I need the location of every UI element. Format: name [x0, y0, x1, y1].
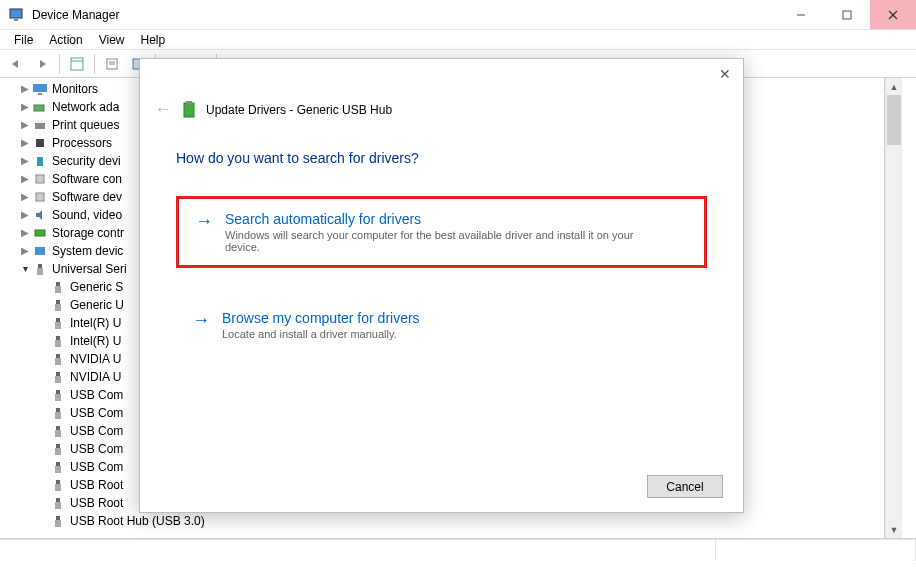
svg-rect-46 — [56, 408, 60, 412]
svg-rect-57 — [55, 502, 61, 509]
svg-rect-25 — [37, 157, 43, 166]
close-button[interactable] — [870, 0, 916, 29]
monitor-icon — [32, 81, 48, 97]
usb-device-icon — [50, 423, 66, 439]
usb-device-icon — [50, 279, 66, 295]
option-browse-computer[interactable]: → Browse my computer for drivers Locate … — [176, 298, 707, 352]
network-icon — [32, 99, 48, 115]
chevron-right-icon: ▶ — [18, 98, 32, 116]
toolbar-btn-1[interactable] — [65, 52, 89, 76]
chevron-right-icon: ▶ — [18, 242, 32, 260]
svg-rect-47 — [55, 412, 61, 419]
cancel-button[interactable]: Cancel — [647, 475, 723, 498]
svg-rect-31 — [37, 268, 43, 275]
svg-rect-29 — [35, 247, 45, 255]
system-icon — [32, 243, 48, 259]
option-desc: Locate and install a driver manually. — [222, 328, 420, 340]
svg-rect-54 — [56, 480, 60, 484]
toolbar-separator — [59, 54, 60, 74]
chevron-right-icon: ▶ — [18, 116, 32, 134]
tree-label: Generic U — [70, 296, 124, 314]
chevron-right-icon: ▶ — [18, 170, 32, 188]
back-arrow-icon[interactable]: ← — [154, 99, 172, 120]
tree-label: USB Com — [70, 440, 123, 458]
menu-help[interactable]: Help — [133, 31, 174, 49]
tree-label: Intel(R) U — [70, 332, 121, 350]
usb-device-icon — [50, 459, 66, 475]
svg-rect-24 — [36, 139, 44, 147]
tree-label: Security devi — [52, 152, 121, 170]
tree-label: USB Com — [70, 458, 123, 476]
usb-icon — [32, 261, 48, 277]
scroll-up-icon[interactable]: ▲ — [886, 78, 902, 95]
svg-rect-21 — [34, 105, 44, 111]
maximize-button[interactable] — [824, 0, 870, 29]
option-title: Search automatically for drivers — [225, 211, 655, 227]
option-desc: Windows will search your computer for th… — [225, 229, 655, 253]
status-cell — [0, 540, 716, 561]
svg-rect-23 — [37, 120, 43, 123]
vertical-scrollbar[interactable]: ▲ ▼ — [885, 78, 902, 538]
svg-rect-3 — [843, 11, 851, 19]
chevron-right-icon: ▶ — [18, 152, 32, 170]
dialog-header: ← Update Drivers - Generic USB Hub — [140, 89, 743, 126]
printer-icon — [32, 117, 48, 133]
usb-device-icon — [50, 405, 66, 421]
svg-rect-26 — [36, 175, 44, 183]
tree-label: NVIDIA U — [70, 368, 121, 386]
forward-button[interactable] — [30, 52, 54, 76]
chevron-right-icon: ▶ — [18, 80, 32, 98]
dialog-title: Update Drivers - Generic USB Hub — [206, 103, 392, 117]
dialog-heading: How do you want to search for drivers? — [176, 150, 707, 166]
usb-device-icon — [50, 441, 66, 457]
svg-rect-22 — [35, 123, 45, 129]
option-title: Browse my computer for drivers — [222, 310, 420, 326]
dialog-close-button[interactable]: ✕ — [713, 62, 737, 86]
update-drivers-dialog: ✕ ← Update Drivers - Generic USB Hub How… — [139, 58, 744, 513]
svg-rect-32 — [56, 282, 60, 286]
window-titlebar: Device Manager — [0, 0, 916, 30]
minimize-button[interactable] — [778, 0, 824, 29]
tree-label: Software con — [52, 170, 122, 188]
svg-rect-61 — [186, 101, 192, 104]
usb-device-icon — [50, 477, 66, 493]
svg-rect-20 — [38, 93, 42, 95]
tree-label: USB Com — [70, 404, 123, 422]
svg-rect-45 — [55, 394, 61, 401]
dialog-body: How do you want to search for drivers? →… — [140, 126, 743, 406]
svg-rect-39 — [55, 340, 61, 347]
back-button[interactable] — [4, 52, 28, 76]
svg-rect-49 — [55, 430, 61, 437]
menu-action[interactable]: Action — [41, 31, 90, 49]
tree-label: Print queues — [52, 116, 119, 134]
toolbar-btn-2[interactable] — [100, 52, 124, 76]
status-bar — [0, 539, 916, 561]
svg-rect-19 — [33, 84, 47, 92]
usb-device-icon — [50, 387, 66, 403]
svg-rect-53 — [55, 466, 61, 473]
dialog-footer: Cancel — [647, 475, 723, 498]
tree-label: USB Com — [70, 422, 123, 440]
usb-device-icon — [50, 351, 66, 367]
scroll-thumb[interactable] — [887, 95, 901, 145]
svg-rect-48 — [56, 426, 60, 430]
tree-label: Universal Seri — [52, 260, 127, 278]
tree-label: USB Root Hub (USB 3.0) — [70, 512, 205, 530]
chevron-right-icon: ▶ — [18, 188, 32, 206]
option-search-automatically[interactable]: → Search automatically for drivers Windo… — [176, 196, 707, 268]
menu-view[interactable]: View — [91, 31, 133, 49]
svg-rect-56 — [56, 498, 60, 502]
tree-label: Storage contr — [52, 224, 124, 242]
chevron-right-icon: ▶ — [18, 134, 32, 152]
menu-file[interactable]: File — [6, 31, 41, 49]
tree-label: Software dev — [52, 188, 122, 206]
tree-label: Intel(R) U — [70, 314, 121, 332]
arrow-right-icon: → — [192, 310, 210, 340]
svg-rect-30 — [38, 264, 42, 268]
usb-device-icon — [50, 495, 66, 511]
tree-item-usb-child[interactable]: USB Root Hub (USB 3.0) — [36, 512, 884, 530]
scroll-down-icon[interactable]: ▼ — [886, 521, 902, 538]
cpu-icon — [32, 135, 48, 151]
svg-rect-38 — [56, 336, 60, 340]
arrow-right-icon: → — [195, 211, 213, 253]
